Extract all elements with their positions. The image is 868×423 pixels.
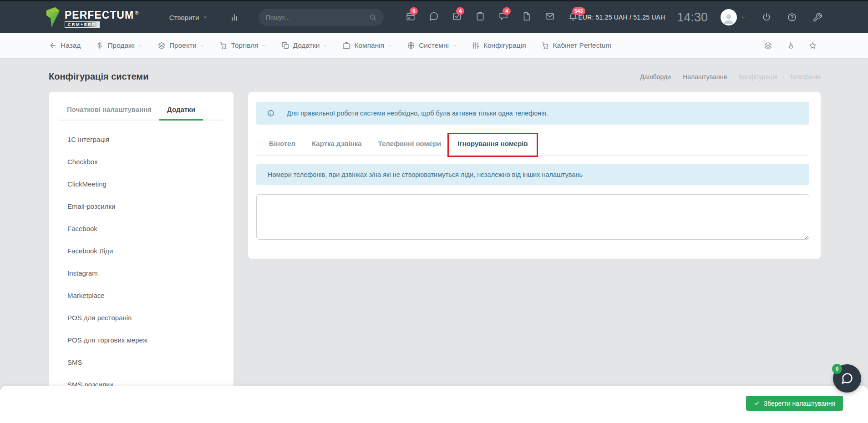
notification-task-check-icon[interactable]: 4: [452, 11, 462, 23]
search-input[interactable]: [266, 14, 370, 21]
panel-tab-3[interactable]: Ігнорування номерів: [449, 134, 536, 155]
chat-icon: [429, 11, 439, 21]
notification-badge: 543: [572, 7, 585, 15]
bar-chart-icon[interactable]: [230, 13, 239, 22]
sidebar-list-item[interactable]: Facebook: [49, 217, 233, 240]
save-settings-button[interactable]: Зберегти налаштування: [746, 396, 843, 411]
copy-icon: [281, 41, 289, 50]
menu-items: НазадПродажіПроектиТоргівляДодаткиКомпан…: [49, 41, 626, 50]
menu-item-label: Кабінет Perfectum: [553, 41, 612, 50]
settings-wrench-icon[interactable]: [812, 12, 822, 22]
menubar: НазадПродажіПроектиТоргівляДодаткиКомпан…: [0, 33, 868, 58]
notification-chat-icon[interactable]: [429, 11, 439, 23]
panel-tabs: БінотелКартка дзвінкаТелефонні номериІгн…: [256, 134, 809, 156]
notification-badge: 4: [456, 7, 464, 15]
breadcrumb-item[interactable]: Налаштування: [683, 73, 727, 81]
page-head: Конфігурація системи Дашборди›Налаштуван…: [0, 58, 868, 92]
layers-icon: [157, 41, 166, 50]
chat-bubble-icon: [841, 372, 853, 385]
menu-item-company[interactable]: Компанія: [342, 41, 392, 50]
menu-item-sales[interactable]: Продажі: [96, 41, 142, 50]
avatar[interactable]: [721, 9, 737, 25]
chevron-down-icon: [741, 15, 745, 20]
ignored-numbers-textarea[interactable]: [256, 194, 809, 240]
notification-badge: 6: [410, 7, 418, 15]
check-icon: [754, 400, 760, 406]
breadcrumb-item[interactable]: Телефонія: [789, 73, 821, 81]
menu-item-back[interactable]: Назад: [49, 41, 81, 50]
menu-item-trade[interactable]: Торгівля: [219, 41, 266, 50]
sidebar-list-item[interactable]: Instagram: [49, 262, 233, 284]
hint-alert-text: Номери телефонів, при дзвінках з/на які …: [268, 170, 583, 179]
cart-icon: [541, 41, 549, 50]
app-root: PERFECTUM® CRM+ERP Створити 644543 EUR: …: [0, 0, 868, 406]
info-icon: [267, 110, 274, 117]
mail-icon: [545, 11, 555, 21]
breadcrumb-separator: ›: [782, 73, 784, 80]
quick-icons: [764, 41, 817, 50]
menu-item-label: Назад: [61, 41, 81, 50]
chevron-down-icon: [203, 15, 208, 20]
notification-clipboard-icon[interactable]: [475, 11, 485, 23]
sidebar-list-item[interactable]: 1С інтеграція: [49, 128, 233, 151]
brand-registered-mark: ®: [135, 10, 139, 15]
search-box[interactable]: [259, 9, 384, 26]
document-icon: [522, 11, 532, 21]
sidebar-list-item[interactable]: Facebook Ліди: [49, 240, 233, 262]
help-icon[interactable]: [787, 12, 797, 22]
star-icon[interactable]: [808, 41, 817, 50]
menu-item-projects[interactable]: Проекти: [157, 41, 204, 50]
breadcrumb-separator: ›: [676, 73, 678, 80]
content-cards: Початкові налаштуванняДодатки 1С інтегра…: [0, 92, 868, 406]
panel-tab-2[interactable]: Телефонні номери: [370, 134, 449, 155]
sidebar-list-item[interactable]: ClickMeeting: [49, 173, 233, 195]
layers-icon[interactable]: [764, 41, 772, 50]
notification-document-icon[interactable]: [522, 11, 532, 23]
top-header: PERFECTUM® CRM+ERP Створити 644543 EUR: …: [0, 0, 868, 33]
briefcase-icon: [342, 41, 350, 50]
panel-tab-0[interactable]: Бінотел: [261, 134, 304, 155]
sidebar-list-item[interactable]: Checkbox: [49, 151, 233, 173]
chat-badge: 0: [832, 364, 842, 374]
menu-item-cabinet[interactable]: Кабінет Perfectum: [541, 41, 612, 50]
chat-widget-button[interactable]: 0: [833, 364, 861, 393]
bottom-bar: Зберегти налаштування: [0, 386, 868, 423]
menu-item-config[interactable]: Конфігурація: [472, 41, 526, 50]
chevron-down-icon: [452, 44, 457, 48]
power-logout-icon[interactable]: [761, 12, 772, 22]
chevron-down-icon: [323, 44, 327, 48]
sidebar-tab-1[interactable]: Додатки: [159, 106, 203, 121]
breadcrumb-item[interactable]: Дашборди: [640, 73, 671, 81]
brand-logo[interactable]: PERFECTUM® CRM+ERP: [46, 7, 152, 28]
sidebar-list: 1С інтеграціяCheckboxClickMeetingEmail-р…: [49, 121, 233, 396]
sidebar-tab-0[interactable]: Початкові налаштування: [59, 106, 159, 120]
menu-item-apps[interactable]: Додатки: [281, 41, 328, 50]
sliders-icon: [472, 41, 480, 50]
breadcrumb-separator: ›: [732, 73, 734, 80]
menu-item-label: Додатки: [293, 41, 320, 50]
hint-alert: Номери телефонів, при дзвінках з/на які …: [256, 164, 809, 185]
sidebar-list-item[interactable]: Marketplace: [49, 284, 233, 307]
panel-tab-1[interactable]: Картка дзвінка: [304, 134, 370, 155]
sidebar-list-item[interactable]: POS для торгових мереж: [49, 329, 233, 351]
sidebar-list-item[interactable]: SMS: [49, 351, 233, 373]
menu-item-label: Компанія: [354, 41, 384, 50]
currency-rate: EUR: 51.25 UAH / 51.25 UAH: [578, 14, 665, 21]
menu-item-system[interactable]: Системні: [407, 41, 457, 50]
menu-item-label: Продажі: [107, 41, 135, 50]
flame-icon[interactable]: [786, 41, 795, 50]
notification-mail-icon[interactable]: [545, 11, 555, 23]
clipboard-icon: [475, 11, 485, 21]
sidebar-list-item[interactable]: POS для ресторанів: [49, 307, 233, 329]
notification-comment-icon[interactable]: 4: [498, 11, 508, 23]
notification-calendar-icon[interactable]: 6: [406, 11, 416, 23]
create-button[interactable]: Створити: [169, 14, 208, 21]
chevron-down-icon: [200, 44, 204, 48]
sidebar-list-item[interactable]: Email-розсилки: [49, 195, 233, 217]
telephony-panel: Для правильної роботи системи необхідно,…: [248, 92, 821, 259]
user-menu[interactable]: [721, 9, 745, 25]
notification-bell-icon[interactable]: 543: [568, 11, 578, 23]
brand-name: PERFECTUM®: [65, 7, 139, 21]
breadcrumb-item[interactable]: Конфігурація: [739, 73, 777, 81]
system-icons: [761, 12, 822, 22]
